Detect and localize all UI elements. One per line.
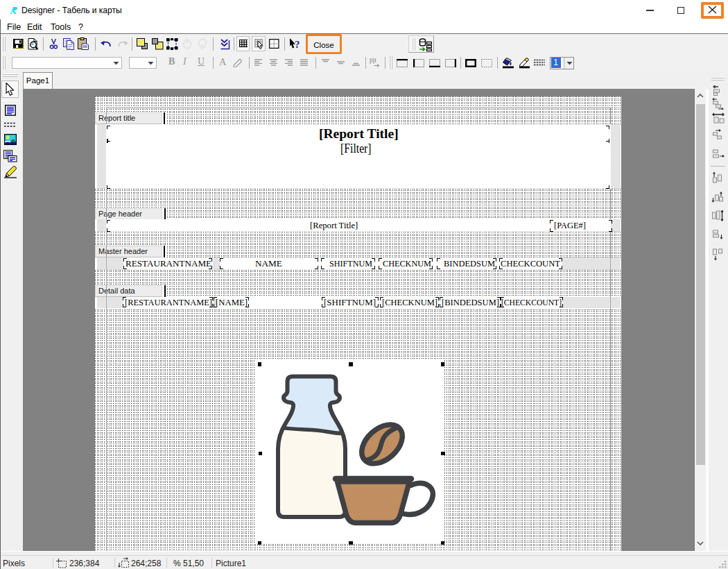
svg-text:?: ? — [295, 39, 300, 50]
